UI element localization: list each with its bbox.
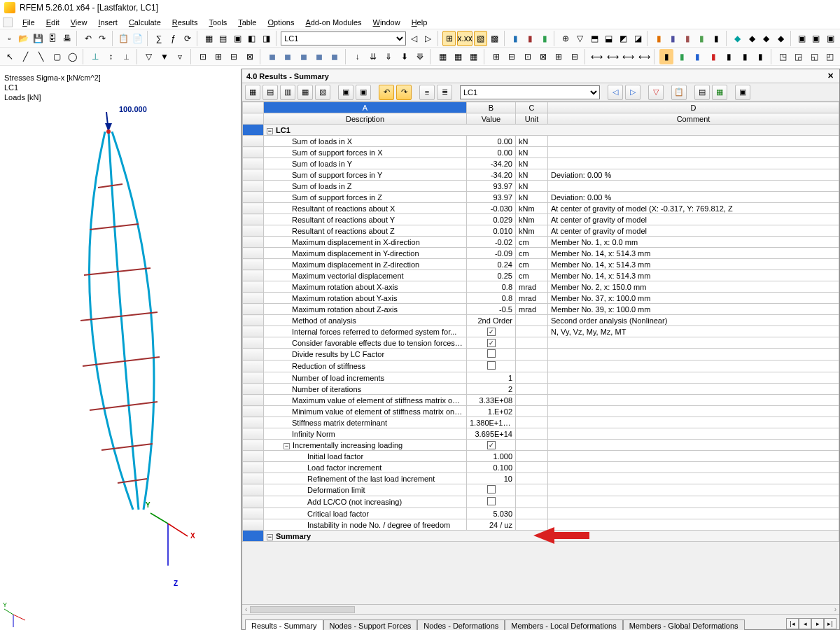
table-row[interactable]: Resultant of reactions about X-0.030kNmA… — [243, 203, 839, 214]
sheet-tab[interactable]: Results - Summary — [245, 620, 323, 630]
m3-icon[interactable]: ▮ — [538, 31, 552, 46]
calc-icon[interactable]: ∑ — [153, 31, 166, 46]
ptb-surfaces-icon[interactable]: ▦ — [298, 85, 313, 100]
axis1-icon[interactable]: ⊥ — [88, 49, 102, 64]
table-row[interactable]: Sum of loads in X0.00kN — [243, 136, 839, 147]
cube1-icon[interactable]: ▣ — [795, 31, 808, 46]
table-row[interactable]: −Incrementally increasing loading — [243, 440, 839, 451]
e2-icon[interactable]: ⊞ — [211, 49, 225, 64]
tab-prev-icon[interactable]: ◂ — [799, 618, 811, 629]
browser-icon[interactable]: ◧ — [246, 31, 259, 46]
dim3-icon[interactable]: ⟷ — [622, 49, 636, 64]
tab-last-icon[interactable]: ▸| — [824, 618, 836, 629]
ptb-arrow-left-icon[interactable]: ↶ — [379, 85, 394, 100]
open-icon[interactable]: 📂 — [18, 31, 31, 46]
table-row[interactable]: Resultant of reactions about Z0.010kNmAt… — [243, 225, 839, 237]
table-row[interactable]: Initial load factor1.000 — [243, 451, 839, 462]
menu-options[interactable]: Options — [262, 17, 300, 28]
filter-icon[interactable]: ▽ — [574, 31, 587, 46]
table-row[interactable]: Sum of support forces in X0.00kN — [243, 147, 839, 158]
diag-icon[interactable]: ▧ — [474, 31, 487, 46]
menu-insert[interactable]: Insert — [92, 17, 123, 28]
close-icon[interactable]: ✕ — [825, 71, 835, 81]
table-row[interactable]: Maximum displacement in Y-direction-0.09… — [243, 248, 839, 259]
t2-icon[interactable]: ⊟ — [505, 49, 519, 64]
col-letter-a[interactable]: A — [264, 102, 467, 113]
list-icon[interactable]: ◨ — [260, 31, 273, 46]
e4-icon[interactable]: ⊠ — [243, 49, 257, 64]
sheet-tab[interactable]: Members - Local Deformations — [505, 620, 622, 630]
table-row[interactable]: Stiffness matrix determinant1.380E+1520 — [243, 417, 839, 428]
table-row[interactable]: Load factor increment0.100 — [243, 462, 839, 473]
ptb-solids-icon[interactable]: ▧ — [315, 85, 330, 100]
tab-first-icon[interactable]: |◂ — [786, 618, 799, 629]
show-values-icon[interactable]: ⊞ — [442, 31, 456, 46]
dim1-icon[interactable]: ⟷ — [590, 49, 604, 64]
rect-icon[interactable]: ▢ — [50, 49, 64, 64]
r5-icon[interactable]: ▮ — [722, 49, 736, 64]
ptb-nodes-icon[interactable]: ▤ — [262, 85, 278, 100]
ptb-excel-icon[interactable]: ▦ — [712, 85, 727, 100]
table-row[interactable]: Deformation limit — [243, 484, 839, 496]
c4-icon[interactable]: ▮ — [696, 31, 709, 46]
table-row[interactable]: Maximum rotation about X-axis0.8mradMemb… — [243, 281, 839, 293]
ptb-sheet-icon[interactable]: ▤ — [694, 85, 710, 100]
table-row[interactable]: Add LC/CO (not increasing) — [243, 496, 839, 508]
loadcase-combo[interactable]: LC1 — [281, 31, 406, 46]
table-icon[interactable]: ▤ — [216, 31, 230, 46]
axis3-icon[interactable]: ⟂ — [119, 49, 133, 64]
view4-icon[interactable]: ◪ — [631, 31, 645, 46]
table-row[interactable]: Maximum displacement in X-direction-0.02… — [243, 237, 839, 248]
saveall-icon[interactable]: 🗄 — [46, 31, 59, 46]
e1-icon[interactable]: ⊡ — [195, 49, 209, 64]
menu-add-on-modules[interactable]: Add-on Modules — [300, 17, 367, 28]
c5-icon[interactable]: ▮ — [710, 31, 723, 46]
menu-table[interactable]: Table — [232, 17, 262, 28]
t5-icon[interactable]: ⊞ — [552, 49, 566, 64]
col-description[interactable]: Description — [264, 113, 467, 125]
t4-icon[interactable]: ⊠ — [536, 49, 550, 64]
sheet-tab[interactable]: Nodes - Support Forces — [323, 620, 418, 630]
menu-results[interactable]: Results — [167, 17, 204, 28]
m1-icon[interactable]: ▮ — [510, 31, 523, 46]
r2-icon[interactable]: ▮ — [675, 49, 689, 64]
col-letter-d[interactable]: D — [548, 102, 839, 113]
copy-icon[interactable]: 📋 — [117, 31, 130, 46]
next-lc-icon[interactable]: ▷ — [421, 31, 435, 46]
line2-icon[interactable]: ╲ — [34, 49, 48, 64]
r6-icon[interactable]: ▮ — [738, 49, 752, 64]
menu-file[interactable]: File — [17, 17, 41, 28]
cube2-icon[interactable]: ▣ — [810, 31, 823, 46]
formula-icon[interactable]: ƒ — [167, 31, 180, 46]
sup3-icon[interactable]: ▿ — [173, 49, 187, 64]
g2-icon[interactable]: ▦ — [451, 49, 465, 64]
l5-icon[interactable]: ⟱ — [413, 49, 427, 64]
new-icon[interactable]: ▫ — [3, 31, 16, 46]
ptb-nav-next-icon[interactable]: ▷ — [625, 85, 640, 100]
tab-next-icon[interactable]: ▸ — [811, 618, 824, 629]
table-row[interactable]: Maximum rotation about Y-axis0.8mradMemb… — [243, 293, 839, 304]
table-row[interactable]: Maximum value of element of stiffness ma… — [243, 395, 839, 406]
results-grid[interactable]: A B C D Description Value Unit Comment −… — [242, 102, 839, 604]
t1-icon[interactable]: ⊞ — [489, 49, 503, 64]
solid5-icon[interactable]: ◼ — [328, 49, 342, 64]
system-menu-icon[interactable] — [3, 18, 13, 27]
h-scrollbar[interactable]: ‹› — [242, 604, 839, 614]
ptb-copy-icon[interactable]: 📋 — [671, 85, 687, 100]
solid4-icon[interactable]: ◼ — [312, 49, 326, 64]
view-icon[interactable]: ▩ — [489, 31, 502, 46]
solid1-icon[interactable]: ◼ — [265, 49, 279, 64]
c3-icon[interactable]: ▮ — [681, 31, 694, 46]
c2-icon[interactable]: ▮ — [666, 31, 680, 46]
menu-view[interactable]: View — [65, 17, 93, 28]
table-row[interactable]: Infinity Norm3.695E+14 — [243, 428, 839, 440]
paste-icon[interactable]: 📄 — [132, 31, 145, 46]
g1-icon[interactable]: ▦ — [435, 49, 449, 64]
table-row[interactable]: Internal forces referred to deformed sys… — [243, 326, 839, 337]
r1-icon[interactable]: ▮ — [659, 49, 673, 64]
col-value[interactable]: Value — [467, 113, 516, 125]
ptb-eq2-icon[interactable]: ≣ — [437, 85, 452, 100]
view1-icon[interactable]: ⬒ — [588, 31, 601, 46]
table-row[interactable]: Sum of support forces in Z93.97kNDeviati… — [243, 192, 839, 203]
dim4-icon[interactable]: ⟷ — [637, 49, 651, 64]
